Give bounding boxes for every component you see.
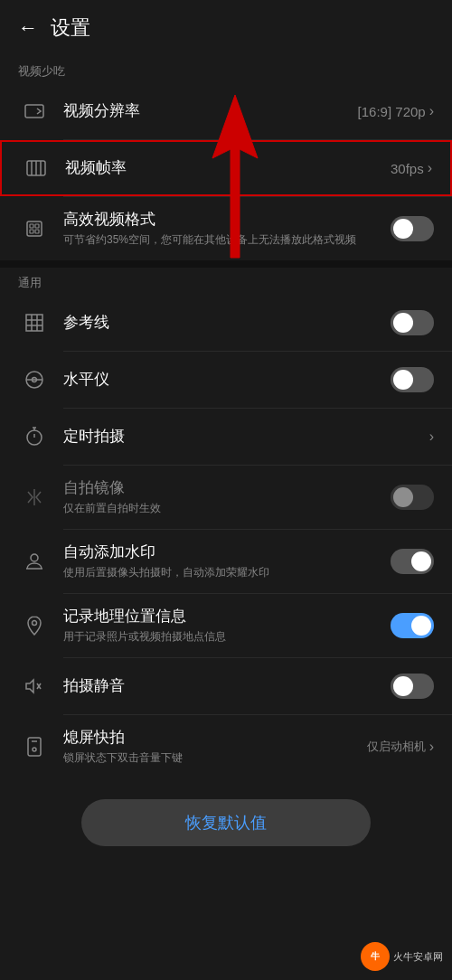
watermark-content: 自动添加水印 使用后置摄像头拍摄时，自动添加荣耀水印 [63, 542, 381, 580]
section-label-general: 通用 [0, 268, 452, 295]
video-fps-value: 30fps › [391, 160, 432, 176]
mirror-title: 自拍镜像 [63, 478, 381, 498]
shutter-sound-content: 拍摄静音 [63, 676, 381, 696]
quick-snap-subtitle: 锁屏状态下双击音量下键 [63, 750, 367, 766]
hevc-subtitle: 可节省约35%空间，您可能在其他设备上无法播放此格式视频 [63, 232, 381, 248]
hevc-content: 高效视频格式 可节省约35%空间，您可能在其他设备上无法播放此格式视频 [63, 210, 381, 248]
watermark-toggle[interactable] [391, 549, 434, 574]
watermark-logo: 牛 [361, 942, 390, 971]
svg-rect-6 [30, 224, 33, 228]
hevc-toggle[interactable] [391, 216, 434, 241]
svg-point-23 [31, 554, 38, 561]
back-button[interactable]: ← [18, 16, 38, 40]
video-fps-icon [20, 157, 52, 179]
level-toggle[interactable] [391, 367, 434, 392]
settings-item-level[interactable]: 水平仪 [0, 352, 452, 408]
shutter-sound-icon [18, 675, 51, 697]
settings-item-quick-snap[interactable]: 熄屏快拍 锁屏状态下双击音量下键 仅启动相机 › [0, 715, 452, 778]
shutter-sound-title: 拍摄静音 [63, 676, 381, 696]
timer-content: 定时拍摄 [63, 427, 429, 447]
svg-rect-9 [35, 230, 39, 233]
level-title: 水平仪 [63, 370, 381, 390]
level-icon [18, 369, 51, 391]
svg-rect-5 [27, 221, 42, 236]
hevc-title: 高效视频格式 [63, 210, 381, 230]
svg-rect-8 [30, 230, 33, 233]
page-title: 设置 [51, 14, 90, 42]
section-label-video: 视频少吃 [0, 56, 452, 83]
settings-item-grid-line[interactable]: 参考线 [0, 295, 452, 351]
page-container: ← 设置 视频少吃 视频分辨率 [16:9] 720p › [0, 0, 452, 868]
restore-default-button[interactable]: 恢复默认值 [81, 799, 371, 846]
grid-line-title: 参考线 [63, 313, 381, 333]
level-content: 水平仪 [63, 370, 381, 390]
location-title: 记录地理位置信息 [63, 607, 381, 627]
settings-item-mirror[interactable]: 自拍镜像 仅在前置自拍时生效 [0, 466, 452, 529]
quick-snap-chevron: › [429, 739, 434, 755]
watermark-badge: 牛 火牛安卓网 [361, 942, 443, 971]
watermark-title: 自动添加水印 [63, 542, 381, 562]
settings-item-video-resolution[interactable]: 视频分辨率 [16:9] 720p › [0, 83, 452, 139]
mirror-toggle[interactable] [391, 485, 434, 510]
restore-button-area: 恢复默认值 [0, 777, 452, 868]
timer-title: 定时拍摄 [63, 427, 429, 447]
header: ← 设置 [0, 0, 452, 56]
settings-item-shutter-sound[interactable]: 拍摄静音 [0, 658, 452, 714]
mirror-icon [18, 486, 51, 508]
video-resolution-value: [16:9] 720p › [358, 103, 434, 119]
hevc-icon [18, 218, 51, 240]
video-fps-chevron: › [428, 160, 432, 176]
grid-line-content: 参考线 [63, 313, 381, 333]
settings-item-timer[interactable]: 定时拍摄 › [0, 409, 452, 465]
grid-line-icon [18, 312, 51, 334]
video-resolution-title: 视频分辨率 [63, 101, 358, 121]
svg-rect-29 [28, 738, 41, 756]
grid-line-toggle[interactable] [391, 310, 434, 335]
location-content: 记录地理位置信息 用于记录照片或视频拍摄地点信息 [63, 607, 381, 645]
svg-point-31 [33, 748, 36, 751]
video-resolution-content: 视频分辨率 [63, 101, 358, 121]
timer-chevron: › [429, 429, 434, 445]
video-fps-title: 视频帧率 [65, 158, 391, 178]
watermark-site-text: 火牛安卓网 [393, 950, 443, 964]
timer-icon [18, 426, 51, 448]
timer-value: › [429, 429, 434, 445]
mirror-subtitle: 仅在前置自拍时生效 [63, 501, 381, 516]
svg-marker-26 [26, 680, 33, 693]
settings-item-watermark[interactable]: 自动添加水印 使用后置摄像头拍摄时，自动添加荣耀水印 [0, 530, 452, 593]
video-resolution-chevron: › [429, 103, 434, 119]
location-icon [18, 615, 51, 636]
video-resolution-icon [18, 100, 51, 122]
svg-point-25 [33, 620, 37, 625]
watermark-subtitle: 使用后置摄像头拍摄时，自动添加荣耀水印 [63, 565, 381, 580]
settings-item-video-fps[interactable]: 视频帧率 30fps › [0, 140, 452, 196]
location-toggle[interactable] [391, 613, 434, 638]
quick-snap-value: 仅启动相机 › [367, 739, 434, 755]
video-fps-content: 视频帧率 [65, 158, 391, 178]
svg-rect-7 [35, 224, 39, 228]
svg-rect-10 [26, 315, 42, 331]
quick-snap-title: 熄屏快拍 [63, 728, 367, 748]
quick-snap-content: 熄屏快拍 锁屏状态下双击音量下键 [63, 728, 367, 766]
shutter-sound-toggle[interactable] [391, 674, 434, 699]
quick-snap-icon [18, 736, 51, 758]
settings-item-location[interactable]: 记录地理位置信息 用于记录照片或视频拍摄地点信息 [0, 594, 452, 657]
settings-item-hevc[interactable]: 高效视频格式 可节省约35%空间，您可能在其他设备上无法播放此格式视频 [0, 197, 452, 260]
mirror-content: 自拍镜像 仅在前置自拍时生效 [63, 478, 381, 516]
watermark-icon [18, 551, 51, 572]
location-subtitle: 用于记录照片或视频拍摄地点信息 [63, 629, 381, 645]
